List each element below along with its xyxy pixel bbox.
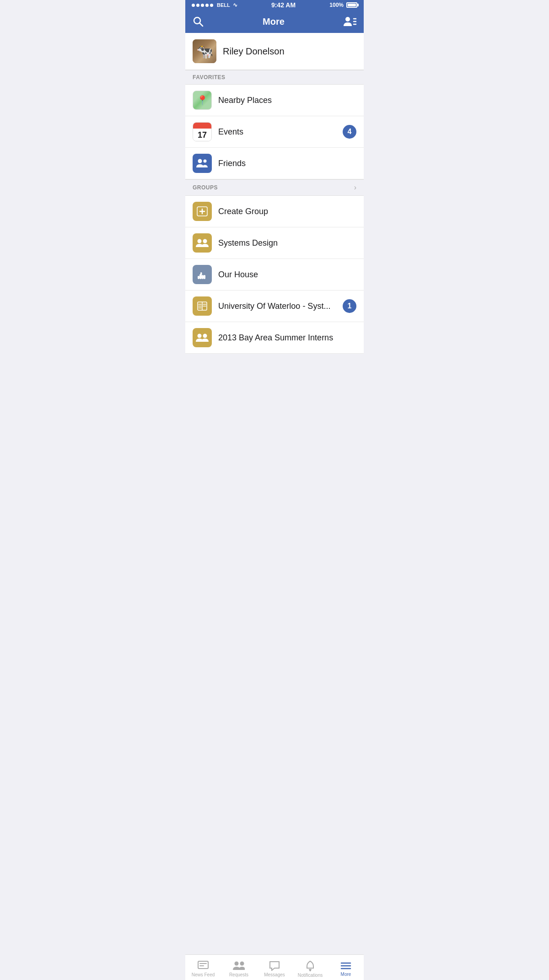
bay-area-icon <box>193 328 212 347</box>
nearby-places-item[interactable]: Nearby Places <box>185 85 364 116</box>
friends-requests-icon[interactable] <box>344 16 356 27</box>
systems-design-icon <box>193 233 212 253</box>
create-group-label: Create Group <box>218 207 356 216</box>
page-title: More <box>263 16 285 27</box>
battery-area: 100% <box>329 2 357 8</box>
svg-point-12 <box>203 239 207 243</box>
signal-dot-5 <box>210 4 213 7</box>
signal-dot-4 <box>205 4 209 7</box>
our-house-item[interactable]: Our House <box>185 259 364 291</box>
svg-rect-14 <box>202 275 204 279</box>
svg-rect-16 <box>198 276 199 279</box>
groups-section-header[interactable]: GROUPS › <box>185 179 364 196</box>
friends-icon <box>193 154 212 173</box>
profile-name: Riley Donelson <box>223 46 285 57</box>
svg-rect-17 <box>200 272 202 275</box>
events-icon: 17 <box>193 122 212 141</box>
create-group-item[interactable]: Create Group <box>185 196 364 227</box>
waterloo-badge: 1 <box>343 299 356 313</box>
groups-arrow-icon: › <box>354 183 356 192</box>
svg-point-11 <box>198 239 202 243</box>
svg-line-1 <box>200 23 203 27</box>
svg-point-26 <box>203 334 207 338</box>
friends-item[interactable]: Friends <box>185 148 364 179</box>
waterloo-label: University Of Waterloo - Syst... <box>218 302 336 311</box>
events-item[interactable]: 17 Events 4 <box>185 116 364 148</box>
events-label: Events <box>218 127 336 137</box>
waterloo-icon <box>193 296 212 316</box>
friends-label: Friends <box>218 159 356 168</box>
search-icon[interactable] <box>193 16 204 27</box>
battery-icon <box>346 2 357 8</box>
calendar-top <box>193 123 211 129</box>
nearby-places-icon <box>193 91 212 110</box>
svg-rect-15 <box>204 275 205 279</box>
calendar-day: 17 <box>193 129 211 141</box>
our-house-icon <box>193 265 212 284</box>
svg-point-6 <box>198 159 202 163</box>
favorites-label: FAVORITES <box>193 74 226 81</box>
content-area: Riley Donelson FAVORITES Nearby Places 1… <box>185 33 364 381</box>
our-house-label: Our House <box>218 270 356 280</box>
status-left: BELL ∿ <box>192 2 237 8</box>
nav-bar: More <box>185 10 364 33</box>
create-group-icon <box>193 202 212 221</box>
systems-design-label: Systems Design <box>218 238 356 248</box>
svg-point-7 <box>204 160 207 163</box>
svg-point-25 <box>198 334 202 338</box>
carrier-label: BELL <box>217 2 230 8</box>
profile-row[interactable]: Riley Donelson <box>185 33 364 70</box>
events-badge: 4 <box>343 125 356 139</box>
signal-dot-3 <box>201 4 204 7</box>
time-label: 9:42 AM <box>271 1 296 9</box>
battery-percent: 100% <box>329 2 344 8</box>
bay-area-label: 2013 Bay Area Summer Interns <box>218 333 356 343</box>
groups-label: GROUPS <box>193 184 218 191</box>
wifi-icon: ∿ <box>233 2 237 8</box>
bay-area-item[interactable]: 2013 Bay Area Summer Interns <box>185 322 364 354</box>
avatar-image <box>193 39 216 63</box>
waterloo-item[interactable]: University Of Waterloo - Syst... 1 <box>185 291 364 322</box>
svg-point-2 <box>345 17 350 22</box>
signal-dot-1 <box>192 4 195 7</box>
nearby-places-label: Nearby Places <box>218 96 356 105</box>
signal-dots <box>192 4 213 7</box>
battery-fill <box>348 4 356 6</box>
status-bar: BELL ∿ 9:42 AM 100% <box>185 0 364 10</box>
favorites-section-header: FAVORITES <box>185 70 364 85</box>
systems-design-item[interactable]: Systems Design <box>185 227 364 259</box>
signal-dot-2 <box>196 4 199 7</box>
avatar <box>193 39 216 63</box>
